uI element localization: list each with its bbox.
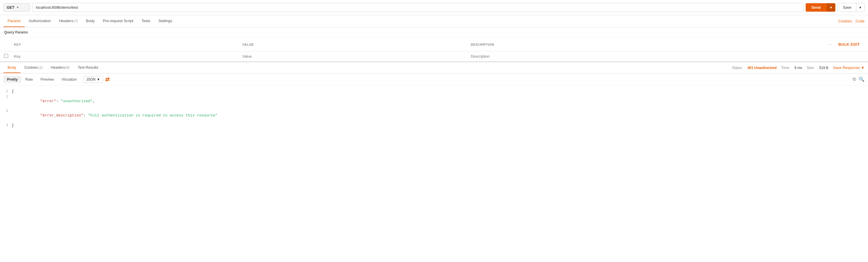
resp-tab-test-results[interactable]: Test Results bbox=[74, 62, 102, 73]
tab-params[interactable]: Params bbox=[3, 15, 25, 27]
code-area: 1 { 2 "error": "unauthorized", 3 "error_… bbox=[0, 86, 868, 131]
code-line-4: 4 } bbox=[0, 123, 868, 128]
code-line-3: 3 "error_description": "Full authenticat… bbox=[0, 108, 868, 123]
body-format-tabs: Pretty Raw Preview Visualize bbox=[3, 76, 80, 83]
method-chevron-icon: ▼ bbox=[16, 6, 19, 9]
body-format-toolbar: Pretty Raw Preview Visualize JSON ▼ ⇄ ⧉ … bbox=[0, 73, 868, 86]
value-input[interactable] bbox=[242, 54, 463, 59]
response-meta: Status: 401 Unauthorized Time: 6 ms Size… bbox=[732, 65, 865, 70]
format-tab-pretty[interactable]: Pretty bbox=[3, 76, 21, 83]
line-num-4: 4 bbox=[0, 124, 12, 128]
code-output: 1 { 2 "error": "unauthorized", 3 "error_… bbox=[0, 86, 868, 131]
tab-pre-request[interactable]: Pre-request Script bbox=[99, 15, 137, 27]
url-bar: GET ▼ Send ▼ Save ▼ bbox=[0, 0, 868, 15]
col-value: VALUE bbox=[238, 38, 467, 52]
send-button[interactable]: Send bbox=[806, 3, 827, 12]
query-params-section-label: Query Params bbox=[0, 27, 868, 38]
code-line-2: 2 "error": "unauthorized", bbox=[0, 94, 868, 108]
tab-body[interactable]: Body bbox=[82, 15, 99, 27]
response-section: Body Cookies(1) Headers(9) Test Results … bbox=[0, 61, 868, 131]
table-row bbox=[0, 52, 868, 61]
save-btn-group: Save ▼ bbox=[838, 3, 865, 12]
description-cell bbox=[467, 52, 695, 61]
status-value: 401 Unauthorized bbox=[747, 66, 777, 70]
send-dropdown-button[interactable]: ▼ bbox=[827, 3, 836, 12]
row-checkbox[interactable] bbox=[4, 54, 8, 58]
url-input[interactable] bbox=[32, 3, 803, 12]
method-label: GET bbox=[7, 5, 14, 10]
line-content-3: "error_description": "Full authenticatio… bbox=[12, 109, 218, 122]
method-select[interactable]: GET ▼ bbox=[3, 3, 30, 12]
col-description: DESCRIPTION bbox=[467, 38, 695, 52]
send-btn-group: Send ▼ bbox=[806, 3, 836, 12]
save-response-button[interactable]: Save Response ▼ bbox=[833, 65, 865, 70]
size-value: 519 B bbox=[819, 66, 828, 70]
resp-tab-headers[interactable]: Headers(9) bbox=[46, 62, 74, 73]
code-line-1: 1 { bbox=[0, 89, 868, 94]
response-header: Body Cookies(1) Headers(9) Test Results … bbox=[0, 62, 868, 73]
time-value: 6 ms bbox=[795, 66, 802, 70]
response-tabs: Body Cookies(1) Headers(9) Test Results bbox=[3, 62, 102, 73]
resp-tab-body[interactable]: Body bbox=[3, 62, 21, 73]
resp-tab-cookies[interactable]: Cookies(1) bbox=[21, 62, 46, 73]
save-dropdown-button[interactable]: ▼ bbox=[856, 3, 864, 12]
status-label: Status: bbox=[732, 66, 743, 70]
format-tab-preview[interactable]: Preview bbox=[37, 76, 57, 83]
save-button[interactable]: Save bbox=[838, 3, 856, 12]
line-num-3: 3 bbox=[0, 109, 12, 113]
line-num-1: 1 bbox=[0, 89, 12, 93]
description-input[interactable] bbox=[471, 54, 691, 59]
req-tabs-right: Cookies Code bbox=[838, 19, 865, 23]
size-label: Size: bbox=[807, 66, 815, 70]
code-link[interactable]: Code bbox=[856, 19, 865, 23]
request-tabs: Params Authorization Headers(7) Body Pre… bbox=[0, 15, 868, 27]
time-label: Time: bbox=[781, 66, 790, 70]
params-table-header: KEY VALUE DESCRIPTION ··· Bulk Edit bbox=[0, 38, 868, 52]
row-checkbox-cell bbox=[0, 52, 10, 61]
key-input[interactable] bbox=[14, 54, 234, 59]
header-checkbox-cell bbox=[0, 38, 10, 52]
toolbar-right-actions: ⧉ 🔍 bbox=[852, 76, 865, 82]
line-num-2: 2 bbox=[0, 95, 12, 99]
more-options-icon[interactable]: ··· bbox=[829, 43, 832, 46]
row-actions-cell bbox=[695, 52, 868, 61]
cookies-link[interactable]: Cookies bbox=[838, 19, 852, 23]
line-content-4: } bbox=[12, 123, 14, 128]
key-cell bbox=[10, 52, 238, 61]
format-select[interactable]: JSON ▼ bbox=[84, 76, 103, 83]
tab-authorization[interactable]: Authorization bbox=[25, 15, 55, 27]
search-icon[interactable]: 🔍 bbox=[859, 76, 865, 82]
bulk-edit-button[interactable]: Bulk Edit bbox=[834, 40, 864, 49]
wrap-button[interactable]: ⇄ bbox=[105, 76, 110, 83]
copy-icon[interactable]: ⧉ bbox=[852, 76, 856, 82]
tab-tests[interactable]: Tests bbox=[137, 15, 154, 27]
format-tab-visualize[interactable]: Visualize bbox=[58, 76, 80, 83]
line-content-1: { bbox=[12, 89, 14, 93]
tab-headers[interactable]: Headers(7) bbox=[55, 15, 82, 27]
format-tab-raw[interactable]: Raw bbox=[22, 76, 36, 83]
line-content-2: "error": "unauthorized", bbox=[12, 95, 95, 108]
value-cell bbox=[238, 52, 467, 61]
col-key: KEY bbox=[10, 38, 238, 52]
params-table: KEY VALUE DESCRIPTION ··· Bulk Edit bbox=[0, 38, 868, 61]
tab-settings[interactable]: Settings bbox=[154, 15, 176, 27]
